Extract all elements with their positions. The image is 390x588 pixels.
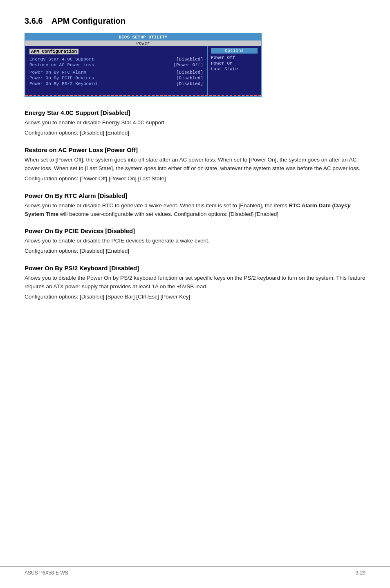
bios-option-last-state: Last State	[211, 67, 258, 72]
bios-row-energy: Energy Star 4.0C Support [Disabled]	[29, 57, 203, 62]
bios-header-sub: Power	[25, 40, 261, 46]
footer-right: 3-29	[356, 570, 365, 576]
section-pcie-devices: Power On By PCIE Devices [Disabled] Allo…	[25, 227, 365, 256]
bios-screen: BIOS SETUP UTILITY Power APM Configurati…	[25, 33, 262, 97]
bios-section-label: APM Configuration	[29, 49, 203, 57]
bios-left-panel: APM Configuration Energy Star 4.0C Suppo…	[25, 46, 208, 95]
heading-energy-star: Energy Star 4.0C Support [Disabled]	[25, 109, 365, 116]
heading-restore-ac: Restore on AC Power Loss [Power Off]	[25, 146, 365, 153]
page-footer: ASUS P6X58-E WS 3-29	[0, 566, 390, 576]
bios-row-ps2: Power On By PS/2 Keyboard [Disabled]	[29, 81, 203, 86]
footer-left: ASUS P6X58-E WS	[25, 570, 68, 576]
section-name: APM Configuration	[52, 16, 126, 25]
bios-row-restore: Restore on AC Power Loss [Power Off]	[29, 63, 203, 67]
section-ps2-keyboard: Power On By PS/2 Keyboard [Disabled] All…	[25, 265, 365, 301]
section-title: 3.6.6 APM Configuration	[25, 16, 365, 26]
bios-option-power-on: Power On	[211, 61, 258, 66]
body-energy-star: Allows you to enable or disable Energy S…	[25, 119, 365, 137]
bios-option-power-off: Power Off	[211, 55, 258, 60]
body-rtc-alarm: Allows you to enable or disable RTC to g…	[25, 202, 365, 219]
bios-body: APM Configuration Energy Star 4.0C Suppo…	[25, 46, 261, 95]
bios-options-header: Options	[211, 48, 258, 54]
section-rtc-alarm: Power On By RTC Alarm [Disabled] Allows …	[25, 192, 365, 219]
bios-footer	[25, 95, 261, 96]
bios-right-panel: Options Power Off Power On Last State	[208, 46, 261, 95]
bios-row-rtc: Power On By RTC Alarm [Disabled]	[29, 70, 203, 75]
body-ps2-keyboard: Allows you to disable the Power On by PS…	[25, 274, 365, 301]
section-energy-star: Energy Star 4.0C Support [Disabled] Allo…	[25, 109, 365, 137]
bios-header: BIOS SETUP UTILITY	[25, 34, 261, 40]
bios-row-pcie: Power On By PCIE Devices [Disabled]	[29, 76, 203, 81]
section-number: 3.6.6	[25, 16, 43, 25]
heading-pcie-devices: Power On By PCIE Devices [Disabled]	[25, 227, 365, 234]
heading-rtc-alarm: Power On By RTC Alarm [Disabled]	[25, 192, 365, 199]
section-restore-ac: Restore on AC Power Loss [Power Off] Whe…	[25, 146, 365, 183]
heading-ps2-keyboard: Power On By PS/2 Keyboard [Disabled]	[25, 265, 365, 272]
body-pcie-devices: Allows you to enable or disable the PCIE…	[25, 237, 365, 256]
body-restore-ac: When set to [Power Off], the system goes…	[25, 156, 365, 183]
